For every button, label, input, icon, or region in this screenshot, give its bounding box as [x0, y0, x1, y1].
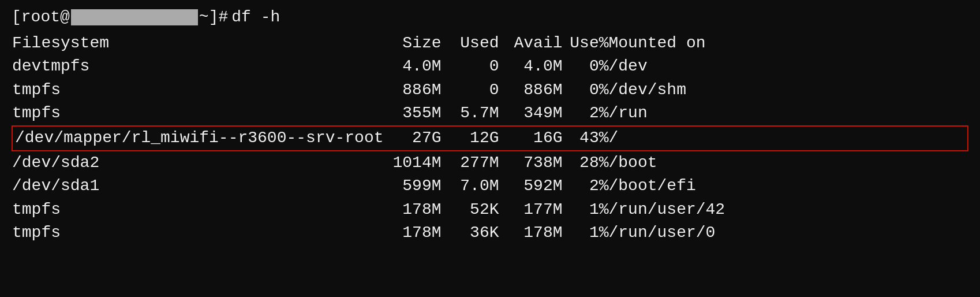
table-row: tmpfs178M36K178M1%/run/user/0: [12, 221, 968, 245]
header-avail: Avail: [499, 32, 563, 55]
size-cell: 27G: [384, 126, 442, 151]
mount-cell: /run/user/0: [609, 221, 968, 245]
table-row: /dev/mapper/rl_miwifi--r3600--srv-root27…: [12, 126, 968, 151]
size-cell: 4.0M: [384, 55, 442, 79]
mount-cell: /dev/shm: [609, 79, 968, 102]
prompt-command: df -h: [231, 6, 280, 29]
mount-cell: /run/user/42: [609, 198, 968, 222]
used-cell: 5.7M: [442, 102, 499, 126]
filesystem-cell: /dev/sda2: [12, 151, 384, 175]
filesystem-cell: tmpfs: [12, 102, 384, 126]
usepct-cell: 2%: [563, 175, 609, 198]
mount-cell: /boot/efi: [609, 175, 968, 198]
table-row: /dev/sda21014M277M738M28%/boot: [12, 151, 968, 175]
used-cell: 36K: [442, 221, 499, 245]
prompt-line: [ root@ ~]# df -h: [12, 6, 968, 29]
avail-cell: 349M: [499, 102, 563, 126]
avail-cell: 886M: [499, 79, 563, 102]
usepct-cell: 1%: [563, 198, 609, 222]
avail-cell: 4.0M: [499, 55, 563, 79]
used-cell: 12G: [442, 126, 499, 151]
filesystem-cell: /dev/sda1: [12, 175, 384, 198]
used-cell: 277M: [442, 151, 499, 175]
filesystem-cell: tmpfs: [12, 221, 384, 245]
usepct-cell: 0%: [563, 55, 609, 79]
usepct-cell: 2%: [563, 102, 609, 126]
avail-cell: 592M: [499, 175, 563, 198]
used-cell: 0: [442, 79, 499, 102]
filesystem-cell: tmpfs: [12, 198, 384, 222]
usepct-cell: 1%: [563, 221, 609, 245]
usepct-cell: 0%: [563, 79, 609, 102]
size-cell: 178M: [384, 221, 442, 245]
usepct-cell: 28%: [563, 151, 609, 175]
table-row: tmpfs355M5.7M349M2%/run: [12, 102, 968, 126]
prompt-host-redacted: [71, 9, 198, 25]
header-use-pct: Use%: [563, 32, 609, 55]
avail-cell: 177M: [499, 198, 563, 222]
mount-cell: /boot: [609, 151, 968, 175]
table-row: tmpfs886M0886M0%/dev/shm: [12, 79, 968, 102]
size-cell: 886M: [384, 79, 442, 102]
filesystem-cell: /dev/mapper/rl_miwifi--r3600--srv-root: [12, 126, 384, 151]
filesystem-cell: devtmpfs: [12, 55, 384, 79]
mount-cell: /run: [609, 102, 968, 126]
header-filesystem: Filesystem: [12, 32, 384, 55]
table-row: tmpfs178M52K177M1%/run/user/42: [12, 198, 968, 222]
avail-cell: 16G: [499, 126, 563, 151]
mount-cell: /dev: [609, 55, 968, 79]
size-cell: 178M: [384, 198, 442, 222]
table-row: devtmpfs4.0M04.0M0%/dev: [12, 55, 968, 79]
df-output-table: Filesystem Size Used Avail Use% Mounted …: [12, 32, 968, 245]
filesystem-cell: tmpfs: [12, 79, 384, 102]
usepct-cell: 43%: [563, 126, 609, 151]
used-cell: 52K: [442, 198, 499, 222]
prompt-bracket-open: [: [12, 6, 21, 29]
terminal: [ root@ ~]# df -h Filesystem Size Used A…: [12, 6, 968, 245]
prompt-dir: ~]#: [199, 6, 228, 29]
header-mounted-on: Mounted on: [609, 32, 968, 55]
avail-cell: 178M: [499, 221, 563, 245]
df-header-row: Filesystem Size Used Avail Use% Mounted …: [12, 32, 968, 55]
table-row: /dev/sda1599M7.0M592M2%/boot/efi: [12, 175, 968, 198]
mount-cell: /: [609, 126, 968, 151]
prompt-user: root@: [21, 6, 70, 29]
used-cell: 0: [442, 55, 499, 79]
size-cell: 599M: [384, 175, 442, 198]
size-cell: 355M: [384, 102, 442, 126]
header-size: Size: [384, 32, 442, 55]
used-cell: 7.0M: [442, 175, 499, 198]
avail-cell: 738M: [499, 151, 563, 175]
size-cell: 1014M: [384, 151, 442, 175]
header-used: Used: [442, 32, 499, 55]
